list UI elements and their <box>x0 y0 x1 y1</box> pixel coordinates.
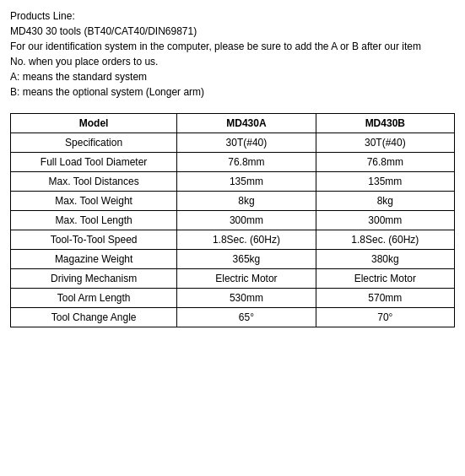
row-value: 8kg <box>177 192 316 211</box>
row-value: 70° <box>316 308 454 327</box>
intro-line-6: B: means the optional system (Longer arm… <box>10 84 455 100</box>
row-value: 30T(#40) <box>316 133 454 153</box>
col-header-md430b: MD430B <box>316 114 454 133</box>
row-label: Tool Change Angle <box>11 308 177 327</box>
table-row: Magazine Weight365kg380kg <box>11 250 455 269</box>
intro-line-2: MD430 30 tools (BT40/CAT40/DIN69871) <box>10 24 455 39</box>
table-row: Tool Change Angle65°70° <box>11 308 455 327</box>
table-row: Max. Tool Distances135mm135mm <box>11 172 455 192</box>
row-label: Magazine Weight <box>11 250 177 269</box>
row-label: Tool-To-Tool Speed <box>11 230 177 250</box>
row-value: 8kg <box>316 192 454 211</box>
row-value: 1.8Sec. (60Hz) <box>177 230 316 250</box>
row-label: Specification <box>11 133 177 153</box>
row-label: Full Load Tool Diameter <box>11 153 177 172</box>
row-value: 1.8Sec. (60Hz) <box>316 230 454 250</box>
table-row: Tool-To-Tool Speed1.8Sec. (60Hz)1.8Sec. … <box>11 230 455 250</box>
row-value: 76.8mm <box>177 153 316 172</box>
row-value: 300mm <box>316 211 454 230</box>
table-row: Specification30T(#40)30T(#40) <box>11 133 455 153</box>
intro-line-1: Products Line: <box>10 8 455 24</box>
row-value: 365kg <box>177 250 316 269</box>
row-value: 570mm <box>316 289 454 308</box>
row-value: 65° <box>177 308 316 327</box>
table-row: Max. Tool Weight8kg8kg <box>11 192 455 211</box>
table-row: Driving MechanismElectric MotorElectric … <box>11 269 455 289</box>
specs-table: Model MD430A MD430B Specification30T(#40… <box>10 113 455 327</box>
intro-line-4: No. when you place orders to us. <box>10 54 455 69</box>
table-row: Max. Tool Length300mm300mm <box>11 211 455 230</box>
col-header-md430a: MD430A <box>177 114 316 133</box>
col-header-model: Model <box>11 114 177 133</box>
row-value: 380kg <box>316 250 454 269</box>
intro-line-3: For our identification system in the com… <box>10 39 455 54</box>
row-value: 30T(#40) <box>177 133 316 153</box>
row-label: Driving Mechanism <box>11 269 177 289</box>
row-label: Max. Tool Weight <box>11 192 177 211</box>
row-value: 530mm <box>177 289 316 308</box>
row-value: Electric Motor <box>316 269 454 289</box>
row-label: Max. Tool Distances <box>11 172 177 192</box>
table-header-row: Model MD430A MD430B <box>11 114 455 133</box>
row-value: 135mm <box>177 172 316 192</box>
intro-line-5: A: means the standard system <box>10 69 455 84</box>
table-row: Tool Arm Length530mm570mm <box>11 289 455 308</box>
intro-section: Products Line: MD430 30 tools (BT40/CAT4… <box>10 8 455 100</box>
row-label: Tool Arm Length <box>11 289 177 308</box>
table-row: Full Load Tool Diameter76.8mm76.8mm <box>11 153 455 172</box>
row-value: 76.8mm <box>316 153 454 172</box>
row-value: 300mm <box>177 211 316 230</box>
row-value: Electric Motor <box>177 269 316 289</box>
row-label: Max. Tool Length <box>11 211 177 230</box>
row-value: 135mm <box>316 172 454 192</box>
